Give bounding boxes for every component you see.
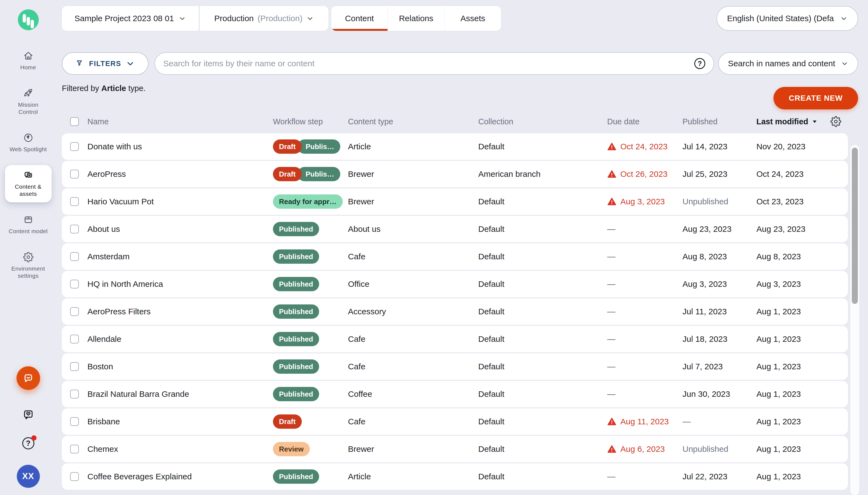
row-checkbox[interactable] [70,472,79,481]
row-checkbox[interactable] [70,225,79,234]
published-cell: Aug 23, 2023 [683,224,757,234]
sidebar-item-content-assets[interactable]: Content & assets [5,165,52,202]
row-checkbox[interactable] [70,142,79,151]
tab-relations[interactable]: Relations [388,6,444,31]
chat-support-button[interactable] [17,366,40,390]
table-row[interactable]: About us Published About us Default — Au… [62,216,848,242]
column-header-label: Last modified [757,117,808,126]
row-checkbox[interactable] [70,390,79,398]
environment-selector[interactable]: Production (Production) [200,6,329,31]
table-row[interactable]: AeroPress Filters Published Accessory De… [62,298,848,325]
help-button[interactable]: ? [22,437,34,449]
row-checkbox[interactable] [70,307,79,316]
workflow-chip: Publis… [297,139,340,154]
feedback-button[interactable] [22,409,34,422]
last-modified-cell: Aug 1, 2023 [757,389,848,399]
due-date-cell: — [607,389,683,399]
content-type-cell: Brewer [348,169,478,179]
table-body: Donate with us DraftPublis… Article Defa… [62,133,848,490]
row-checkbox[interactable] [70,252,79,261]
chevron-down-icon [306,15,314,22]
table-row[interactable]: Brazil Natural Barra Grande Published Co… [62,381,848,407]
workflow-step-cell: Published [273,470,348,484]
workflow-chip: Published [273,359,319,374]
last-modified-cell: Aug 23, 2023 [757,224,848,234]
sidebar-item-label: Home [20,64,36,71]
published-cell: Jul 7, 2023 [683,362,757,371]
table-row[interactable]: Brisbane Draft Cafe Default Aug 11, 2023… [62,408,848,435]
app-logo-icon[interactable] [18,10,39,30]
search-input[interactable] [163,59,694,68]
column-header-name[interactable]: Name [87,117,273,126]
vertical-scrollbar[interactable] [850,145,859,495]
sidebar-item-web-spotlight[interactable]: Web Spotlight [5,127,52,158]
collection-cell: Default [478,389,607,399]
sidebar-item-environment-settings[interactable]: Environment settings [5,247,52,284]
content-type-cell: Brewer [348,197,478,206]
row-checkbox[interactable] [70,335,79,343]
content-assets-icon [23,170,34,181]
main-content: Sample Project 2023 08 01 Production (Pr… [56,0,868,495]
due-date-text: Oct 24, 2023 [620,142,668,151]
content-type-cell: Accessory [348,307,478,316]
language-selector[interactable]: English (United States) (Defa [716,6,858,31]
create-new-button[interactable]: CREATE NEW [774,87,858,109]
table-row[interactable]: AeroPress DraftPublis… Brewer American b… [62,161,848,187]
collection-cell: Default [478,472,607,481]
due-date-cell: — [607,472,683,481]
sidebar-item-home[interactable]: Home [5,46,52,76]
content-type-cell: Coffee [348,389,478,399]
table-row[interactable]: Coffee Beverages Explained Published Art… [62,463,848,490]
sidebar-item-label: Environment settings [8,265,49,279]
table-row[interactable]: Chemex Review Brewer Default Aug 6, 2023… [62,436,848,462]
search-box: ? [155,52,714,75]
column-header-content-type[interactable]: Content type [348,117,478,126]
collection-cell: Default [478,335,607,344]
search-scope-selector[interactable]: Search in names and content [718,52,858,75]
user-avatar[interactable]: XX [17,465,40,488]
filters-button[interactable]: FILTERS [62,52,148,75]
workflow-step-cell: Published [273,222,348,236]
workflow-step-cell: Published [273,250,348,264]
environment-type: (Production) [258,14,302,23]
scrollbar-thumb[interactable] [852,148,858,304]
item-name: Brazil Natural Barra Grande [87,389,273,399]
workflow-chip: Publis… [297,167,340,181]
row-checkbox[interactable] [70,362,79,371]
last-modified-cell: Aug 1, 2023 [757,307,848,316]
row-checkbox[interactable] [70,170,79,178]
table-row[interactable]: Boston Published Cafe Default — Jul 7, 2… [62,353,848,380]
sidebar-item-mission-control[interactable]: Mission Control [5,83,52,120]
select-all-checkbox[interactable] [70,117,79,126]
search-help-icon[interactable]: ? [694,58,705,69]
due-date-cell: Oct 24, 2023 [607,142,683,151]
due-date-cell: — [607,307,683,316]
workflow-chip: Published [273,250,319,264]
project-selector[interactable]: Sample Project 2023 08 01 [62,6,199,31]
project-name: Sample Project 2023 08 01 [74,14,174,23]
tab-content[interactable]: Content [331,6,388,31]
workflow-chip: Published [273,470,319,484]
table-row[interactable]: HQ in North America Published Office Def… [62,271,848,297]
row-checkbox[interactable] [70,417,79,426]
due-date-text: Aug 3, 2023 [620,197,665,206]
table-settings-button[interactable] [830,116,842,128]
row-checkbox[interactable] [70,197,79,206]
column-header-published[interactable]: Published [683,117,757,126]
column-header-collection[interactable]: Collection [478,117,607,126]
column-header-due-date[interactable]: Due date [607,117,683,126]
sidebar-item-content-model[interactable]: Content model [5,209,52,240]
tab-assets[interactable]: Assets [444,6,501,31]
table-row[interactable]: Donate with us DraftPublis… Article Defa… [62,133,848,160]
column-header-workflow-step[interactable]: Workflow step [273,117,348,126]
table-row[interactable]: Allendale Published Cafe Default — Jul 1… [62,326,848,352]
row-checkbox[interactable] [70,280,79,289]
column-header-last-modified[interactable]: Last modified [757,117,823,126]
table-row[interactable]: Hario Vacuum Pot Ready for appr… Brewer … [62,188,848,215]
due-date-cell: Aug 6, 2023 [607,444,683,454]
chevron-down-icon [840,15,848,22]
table-row[interactable]: Amsterdam Published Cafe Default — Aug 8… [62,243,848,270]
search-scope-label: Search in names and content [728,59,835,68]
warning-icon [607,417,617,426]
row-checkbox[interactable] [70,445,79,454]
